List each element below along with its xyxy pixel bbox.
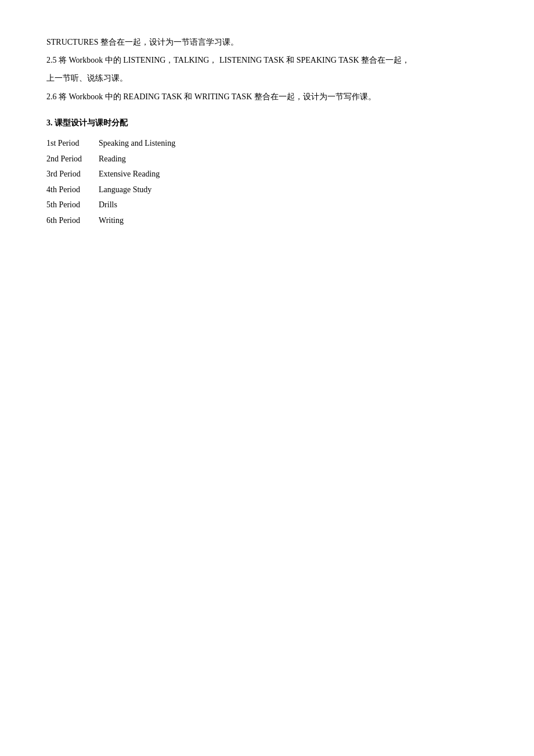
period-row: 3rd PeriodExtensive Reading [46,167,488,182]
period-row: 4th PeriodLanguage Study [46,182,488,198]
period-value-3: Extensive Reading [99,167,160,182]
period-row: 5th PeriodDrills [46,197,488,213]
period-table: 1st PeriodSpeaking and Listening2nd Peri… [46,136,488,229]
period-value-1: Speaking and Listening [99,136,175,152]
section-heading: 3. 课型设计与课时分配 [46,116,488,130]
line1: STRUCTURES 整合在一起，设计为一节语言学习课。 [46,35,488,49]
period-value-6: Writing [99,213,124,229]
period-label-3: 3rd Period [46,167,99,182]
period-value-5: Drills [99,197,117,213]
line2: 2.5 将 Workbook 中的 LISTENING，TALKING， LIS… [46,53,488,67]
line4: 2.6 将 Workbook 中的 READING TASK 和 WRITING… [46,89,488,104]
period-label-1: 1st Period [46,136,99,152]
period-label-6: 6th Period [46,213,99,229]
page-content: STRUCTURES 整合在一起，设计为一节语言学习课。 2.5 将 Workb… [0,0,534,264]
period-row: 1st PeriodSpeaking and Listening [46,136,488,152]
period-label-5: 5th Period [46,197,99,213]
period-value-4: Language Study [99,182,151,198]
period-row: 2nd PeriodReading [46,152,488,167]
line3: 上一节听、说练习课。 [46,71,488,85]
period-row: 6th PeriodWriting [46,213,488,229]
period-label-4: 4th Period [46,182,99,198]
period-label-2: 2nd Period [46,152,99,167]
period-value-2: Reading [99,152,126,167]
